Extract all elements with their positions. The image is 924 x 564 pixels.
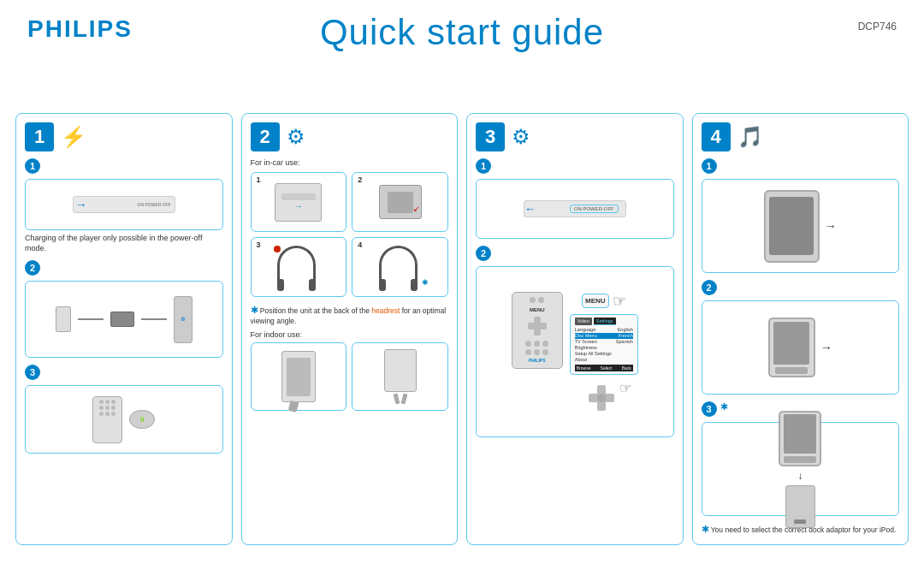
- s2-item-4: 4 ✱: [352, 237, 448, 297]
- dock-port: [794, 519, 806, 524]
- section-1-panel: 1 ⚡ 1 ON·POWER·OFF → Charging of the pla…: [15, 113, 233, 545]
- headphone-4: ✱: [379, 246, 422, 288]
- r-btn-8: [542, 349, 548, 355]
- menu-item-language-value: English: [618, 327, 633, 332]
- step-4-number: 4: [702, 122, 731, 151]
- charger-setup: ⊕: [56, 296, 192, 343]
- menu-bar-select: Select: [601, 365, 613, 371]
- settings-icon-3: ⚙: [512, 125, 530, 149]
- remote-btn-9: [111, 412, 116, 416]
- arrow-2-icon: →: [820, 341, 832, 354]
- headrest-mount-1: →: [275, 183, 322, 222]
- remote-btn-2: [105, 400, 110, 404]
- section-4-header: 4 🎵: [702, 122, 900, 151]
- ipod-icon: 🎵: [737, 125, 763, 149]
- remote-btn-6: [111, 406, 116, 410]
- indoor-device-1: [281, 351, 316, 402]
- r-btn-7: [534, 349, 540, 355]
- adapter: [110, 312, 134, 327]
- dock-base: [775, 367, 808, 374]
- dock-screen: [773, 322, 809, 365]
- r-btn-1: [530, 297, 536, 303]
- r-btn-5: [542, 341, 548, 347]
- section-3-panel: 3 ⚙ 1 ON·POWER·OFF ← 2: [466, 113, 684, 545]
- s2-indoor-grid: [251, 342, 449, 411]
- indoor-device-2: [384, 349, 417, 392]
- menu-item-disc-value: French: [619, 333, 633, 338]
- menu-item-disc: Disc Menu French: [575, 333, 633, 339]
- s4-asterisk-icon: ✱: [720, 401, 728, 413]
- s1-device-image-2: ⊕: [25, 281, 223, 358]
- s4-circle-2: 2: [702, 280, 717, 295]
- section-1-header: 1 ⚡: [25, 122, 223, 151]
- s4-device-image-1: →: [702, 179, 900, 273]
- menu-item-tv-label: TV Screen: [575, 339, 597, 344]
- philips-remote-logo: PHILIPS: [529, 358, 545, 363]
- menu-bar-browse: Browse: [577, 365, 591, 371]
- s4-note-asterisk-icon: ✱: [702, 524, 709, 534]
- r-btn-4: [534, 341, 540, 347]
- battery-icon: 🔋: [139, 416, 146, 423]
- remote-large: MENU PHILIPS: [512, 292, 563, 369]
- charging-icon: ⚡: [61, 125, 86, 149]
- step-3-number: 3: [476, 122, 505, 151]
- remote-btn-7: [99, 412, 104, 416]
- dock-base-3: [784, 456, 816, 463]
- dock-device-3: [779, 411, 821, 466]
- settings-icon-2: ⚙: [287, 125, 305, 149]
- menu-tabs: Video Settings: [575, 318, 633, 325]
- s2-item-2: 2 ↙: [352, 172, 448, 232]
- battery: 🔋: [129, 410, 155, 429]
- s3-substep-2-row: 2: [476, 246, 674, 261]
- arrow-1-icon: →: [825, 219, 837, 233]
- s4-device-image-3: ↓: [702, 422, 900, 516]
- menu-button-box: MENU: [582, 294, 609, 308]
- remote-large-top-btns: [530, 297, 544, 303]
- remote-btn-3: [111, 400, 116, 404]
- s3-circle-1: 1: [476, 158, 491, 174]
- menu-display-group: MENU ☞ Video Settings Language English: [570, 292, 638, 413]
- s1-device-image-1: ON·POWER·OFF →: [25, 179, 223, 230]
- cable: [78, 318, 104, 320]
- s3-substep-1-row: 1: [476, 158, 674, 174]
- menu-label: MENU: [530, 307, 545, 312]
- s1-device-image-3: 🔋: [25, 385, 223, 454]
- power-switch: ON·POWER·OFF: [570, 205, 619, 213]
- dock-connector: [785, 485, 815, 528]
- s2-indoor-item-1: [251, 342, 347, 411]
- dpad-center: [534, 323, 541, 329]
- s3-device-image-1: ON·POWER·OFF ←: [476, 179, 674, 239]
- s4-device-image-2: →: [702, 300, 900, 395]
- page-header: PHILIPS Quick start guide DCP746: [0, 0, 924, 43]
- step-1-number: 1: [25, 122, 54, 151]
- headphone-shape-3: [277, 246, 316, 284]
- dock-setup-group: ↓: [779, 411, 821, 528]
- s4-circle-3: 3: [702, 401, 717, 417]
- menu-item-brightness: Brightness: [575, 345, 633, 351]
- s3-device-image-2: MENU PHILIPS: [476, 266, 674, 437]
- headphone-shape-4: [379, 246, 418, 284]
- indoor-device-2-group: [384, 349, 417, 404]
- s2-item-2-label: 2: [358, 175, 362, 184]
- section-2-header: 2 ⚙: [251, 122, 449, 151]
- handheld-device: ⊕: [174, 296, 192, 343]
- s2-item-3: 3: [251, 237, 347, 297]
- remote-large-bot-btns: [525, 349, 548, 355]
- s1-circle-2: 2: [25, 260, 40, 276]
- remote-dpad: [528, 317, 547, 335]
- s1-substep-1-row: 1: [25, 158, 223, 174]
- s2-item-4-label: 4: [358, 240, 362, 249]
- arrow-left-icon: ←: [524, 202, 536, 216]
- remote-large-mid-btns: [525, 341, 548, 347]
- tablet-screen-1: [769, 197, 814, 255]
- headrest-word: headrest: [371, 306, 400, 315]
- headphone-3: [277, 246, 320, 288]
- menu-tab-video: Video: [575, 318, 592, 325]
- hand-cursor-2-icon: ☞: [619, 380, 631, 396]
- philips-logo: PHILIPS: [27, 15, 133, 43]
- s1-substep-3-row: 3: [25, 365, 223, 380]
- menu-tab-settings: Settings: [594, 318, 616, 325]
- hand-cursor-icon: ☞: [613, 292, 626, 311]
- menu-with-hand: MENU ☞: [582, 292, 626, 311]
- menu-popup: Video Settings Language English Disc Men…: [570, 314, 638, 375]
